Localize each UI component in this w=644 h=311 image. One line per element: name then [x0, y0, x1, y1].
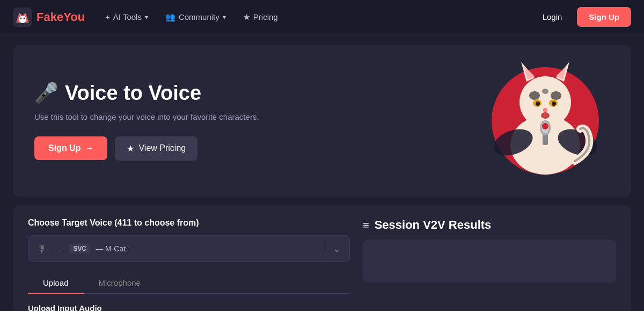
hero-character-svg — [481, 59, 610, 177]
svg-point-4 — [24, 17, 25, 19]
hero-image — [470, 64, 610, 177]
chevron-community-icon: ▾ — [223, 13, 226, 21]
navbar: FakeYou + AI Tools ▾ 👥 Community ▾ ★ Pri… — [0, 0, 644, 34]
right-panel: ≡ Session V2V Results — [363, 218, 616, 311]
tab-microphone[interactable]: Microphone — [84, 273, 156, 294]
svg-point-15 — [529, 91, 540, 100]
chevron-ai-icon: ▾ — [145, 13, 148, 21]
voice-select-dropdown[interactable]: 🎙 .... SVC — M-Cat ⌄ — [28, 235, 350, 262]
hero-banner: 🎤 Voice to Voice Use this tool to change… — [13, 45, 631, 197]
hero-left: 🎤 Voice to Voice Use this tool to change… — [34, 82, 259, 161]
nav-actions: Login Sign Up — [534, 7, 631, 27]
logo-icon — [13, 8, 32, 27]
tab-upload[interactable]: Upload — [28, 273, 84, 294]
svg-point-10 — [519, 76, 571, 128]
main-content: 🎤 Voice to Voice Use this tool to change… — [0, 34, 644, 311]
upload-input-label: Upload Input Audio — [28, 303, 350, 311]
svg-point-2 — [19, 16, 26, 23]
chevron-select-icon: ⌄ — [333, 243, 341, 255]
star-nav-icon: ★ — [243, 12, 250, 22]
nav-community[interactable]: 👥 Community ▾ — [158, 8, 233, 26]
two-col-layout: Choose Target Voice (411 to choose from)… — [28, 218, 616, 311]
session-v2v-title: ≡ Session V2V Results — [363, 218, 616, 232]
signup-nav-button[interactable]: Sign Up — [577, 7, 631, 27]
svg-point-17 — [542, 89, 548, 94]
svg-point-20 — [536, 102, 540, 106]
nav-ai-tools[interactable]: + AI Tools ▾ — [98, 8, 156, 26]
logo-text: FakeYou — [36, 10, 85, 24]
star-pricing-icon: ★ — [127, 143, 134, 154]
svg-point-23 — [541, 112, 550, 119]
svg-point-16 — [551, 91, 561, 100]
mic-select-icon: 🎙 — [37, 243, 47, 255]
svg-point-21 — [552, 102, 556, 106]
logo[interactable]: FakeYou — [13, 8, 85, 27]
tool-section: Choose Target Voice (411 to choose from)… — [13, 205, 631, 311]
login-button[interactable]: Login — [534, 8, 571, 26]
microphone-hero-icon: 🎤 — [34, 82, 58, 104]
choose-voice-label: Choose Target Voice (411 to choose from) — [28, 218, 350, 228]
plus-icon: + — [105, 12, 110, 21]
hero-subtitle: Use this tool to change your voice into … — [34, 112, 259, 121]
svc-badge: SVC — [69, 244, 90, 254]
hero-title: 🎤 Voice to Voice — [34, 82, 259, 105]
hero-pricing-button[interactable]: ★ View Pricing — [115, 136, 197, 161]
svg-point-27 — [542, 123, 548, 129]
divider — [325, 241, 325, 256]
session-results-area — [363, 240, 616, 283]
svg-point-22 — [543, 108, 547, 112]
nav-links: + AI Tools ▾ 👥 Community ▾ ★ Pricing — [98, 8, 530, 26]
community-icon: 👥 — [165, 12, 175, 22]
menu-icon: ≡ — [363, 219, 369, 232]
voice-name: — M-Cat — [96, 244, 317, 253]
input-tabs: Upload Microphone — [28, 273, 350, 294]
hero-buttons: Sign Up → ★ View Pricing — [34, 136, 259, 161]
hero-signup-button[interactable]: Sign Up → — [34, 136, 107, 160]
nav-pricing[interactable]: ★ Pricing — [236, 8, 286, 26]
svg-point-3 — [20, 17, 22, 19]
left-panel: Choose Target Voice (411 to choose from)… — [28, 218, 350, 311]
